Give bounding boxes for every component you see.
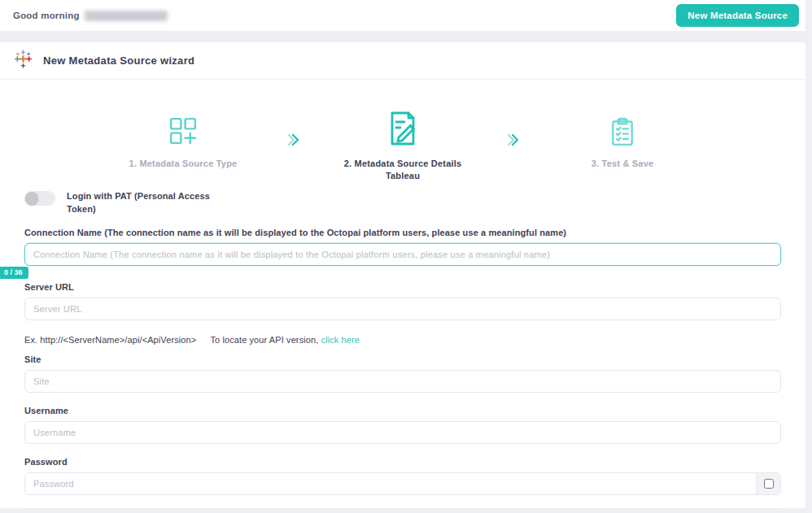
connection-name-input[interactable] xyxy=(24,243,781,266)
new-metadata-source-button[interactable]: New Metadata Source xyxy=(676,4,799,27)
document-pencil-icon xyxy=(383,107,422,148)
footer-divider xyxy=(24,508,781,509)
page-background-band xyxy=(0,31,812,42)
wizard-card: New Metadata Source wizard 1. Metadata S… xyxy=(0,42,805,508)
password-label: Password xyxy=(24,457,781,467)
site-label: Site xyxy=(24,354,781,364)
chevron-right-icon xyxy=(277,132,309,148)
step-label: 2. Metadata Source Details Tableau xyxy=(344,158,462,183)
password-input[interactable] xyxy=(25,473,756,494)
wizard-steps: 1. Metadata Source Type 2. Metadat xyxy=(0,107,805,176)
server-url-label: Server URL xyxy=(24,282,781,292)
toggle-knob-icon xyxy=(25,192,38,205)
wizard-form: Login with PAT (Personal Access Token) C… xyxy=(0,190,805,513)
username-input[interactable] xyxy=(24,421,781,444)
wizard-card-header: New Metadata Source wizard xyxy=(0,42,805,80)
page-title: New Metadata Source wizard xyxy=(43,54,194,67)
pat-toggle-row: Login with PAT (Personal Access Token) xyxy=(24,190,212,216)
step-metadata-source-details[interactable]: 2. Metadata Source Details Tableau xyxy=(309,107,496,183)
username-label: Username xyxy=(24,406,781,415)
tableau-logo-icon xyxy=(13,49,33,72)
redacted-company-name xyxy=(85,11,168,21)
step-label-line1: 2. Metadata Source Details xyxy=(344,158,462,170)
clipboard-checklist-icon xyxy=(606,107,639,148)
scrollbar-track[interactable] xyxy=(805,0,812,513)
helper-text: To locate your API version, xyxy=(210,335,318,345)
connection-name-label: Connection Name (The connection name as … xyxy=(24,228,781,237)
step-metadata-source-type[interactable]: 1. Metadata Source Type xyxy=(89,107,277,170)
helper-example-text: Ex. http://<ServerName>/api/<ApiVersion> xyxy=(24,335,196,345)
chevron-right-icon xyxy=(496,132,529,148)
top-bar: Good morning New Metadata Source xyxy=(0,0,812,31)
step-label: 3. Test & Save xyxy=(592,158,654,170)
step-label-line2: Tableau xyxy=(344,170,462,182)
password-input-group xyxy=(24,472,781,495)
grid-plus-icon xyxy=(166,107,200,148)
server-url-input[interactable] xyxy=(24,298,781,320)
step-test-and-save[interactable]: 3. Test & Save xyxy=(529,107,716,170)
show-password-addon xyxy=(756,473,780,494)
step-label: 1. Metadata Source Type xyxy=(129,158,238,170)
pat-toggle-label: Login with PAT (Personal Access Token) xyxy=(67,190,212,216)
greeting-text: Good morning xyxy=(13,11,80,20)
character-counter-badge: 0 / 36 xyxy=(0,267,28,279)
site-input[interactable] xyxy=(24,370,781,393)
pat-toggle[interactable] xyxy=(24,191,55,206)
server-url-helper: Ex. http://<ServerName>/api/<ApiVersion>… xyxy=(24,335,781,345)
show-password-checkbox[interactable] xyxy=(764,479,774,489)
click-here-link[interactable]: click here xyxy=(321,335,360,345)
